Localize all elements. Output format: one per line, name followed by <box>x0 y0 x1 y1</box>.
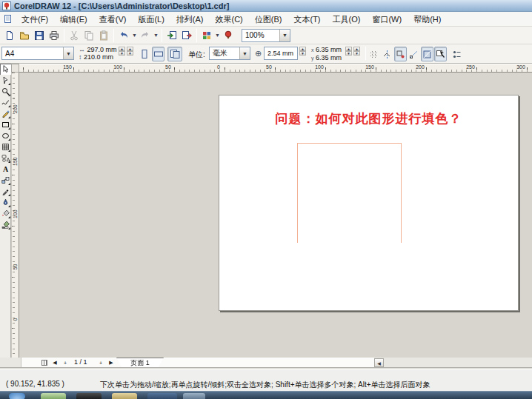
start-button[interactable] <box>9 393 25 399</box>
paper-width-field[interactable]: 297.0 mm <box>87 46 117 53</box>
undo-button[interactable] <box>116 28 131 43</box>
print-button[interactable] <box>47 28 61 43</box>
zoom-tool[interactable] <box>0 86 11 97</box>
interactive-blend-tool[interactable] <box>0 175 11 186</box>
horizontal-ruler[interactable]: 150 100 50 0 50 100 150 200 250 300 <box>19 64 532 73</box>
interactive-fill-tool[interactable] <box>0 219 11 230</box>
new-document-button[interactable] <box>2 28 17 43</box>
menu-view[interactable]: 查看(V) <box>93 12 133 27</box>
menu-help[interactable]: 帮助(H) <box>408 12 447 27</box>
undo-dropdown-arrow[interactable]: ▼ <box>131 28 138 43</box>
all-pages-button[interactable] <box>167 47 182 61</box>
question-text[interactable]: 问题：如何对此图形进行填色？ <box>219 110 518 127</box>
last-page-button[interactable]: ▶ <box>107 358 116 367</box>
duplicate-distance-fields: x 6.35 mm y 6.35 mm <box>311 46 342 62</box>
drawing-canvas[interactable]: 问题：如何对此图形进行填色？ <box>19 73 532 358</box>
paper-width-spinner[interactable]: ▲▼ <box>119 47 125 56</box>
menu-window[interactable]: 窗口(W) <box>366 12 408 27</box>
menu-effects[interactable]: 效果(C) <box>210 12 249 27</box>
menu-file[interactable]: 文件(F) <box>16 12 54 27</box>
horizontal-scroll-left-button[interactable]: ◀ <box>374 358 384 367</box>
duplicate-x-field[interactable]: 6.35 mm <box>316 46 342 53</box>
ruler-origin-corner[interactable] <box>11 64 19 73</box>
rectangle-tool[interactable] <box>0 119 11 130</box>
portrait-button[interactable] <box>138 47 150 61</box>
units-label: 单位: <box>188 50 205 60</box>
docker-mini-icon[interactable] <box>41 360 47 366</box>
export-button[interactable] <box>179 28 194 43</box>
hruler-label: 50 <box>266 64 272 70</box>
treat-as-filled-button[interactable] <box>421 47 433 61</box>
application-launcher-dropdown-arrow[interactable]: ▼ <box>214 28 221 43</box>
graph-paper-tool[interactable] <box>0 141 11 152</box>
fill-tool[interactable] <box>0 208 11 219</box>
eyedropper-tool[interactable] <box>0 186 11 197</box>
taskbar-item[interactable] <box>76 393 102 399</box>
duplicate-y-spinner[interactable]: ▲▼ <box>353 47 360 56</box>
vertical-ruler[interactable]: 200 150 100 50 0 <box>11 73 19 358</box>
zoom-level-combo[interactable]: 100% ▼ <box>242 29 290 42</box>
redo-dropdown-arrow[interactable]: ▼ <box>153 28 159 43</box>
taskbar-item[interactable] <box>183 393 205 399</box>
outline-tool[interactable] <box>0 197 11 208</box>
dynamic-guides-button[interactable] <box>408 47 420 61</box>
vruler-label: 0 <box>13 315 18 323</box>
add-page-before-button[interactable]: + <box>61 358 70 367</box>
nudge-offset-spinner[interactable]: ▲▼ <box>299 47 306 56</box>
taskbar-item[interactable] <box>147 393 177 399</box>
toolbar-separator <box>113 29 114 42</box>
freehand-tool[interactable] <box>0 97 11 108</box>
duplicate-x-spinner[interactable]: ▲▼ <box>345 47 352 56</box>
menu-edit[interactable]: 编辑(E) <box>54 12 93 27</box>
basic-shapes-tool[interactable] <box>0 152 11 164</box>
zoom-dropdown-arrow[interactable]: ▼ <box>279 30 290 41</box>
ellipse-tool[interactable] <box>0 130 11 141</box>
menu-tools[interactable]: 工具(O) <box>327 12 367 27</box>
duplicate-y-icon: y <box>311 56 314 61</box>
landscape-button[interactable] <box>152 47 164 61</box>
snap-to-grid-button[interactable] <box>368 47 380 61</box>
units-dropdown-arrow[interactable]: ▼ <box>239 47 250 59</box>
taskbar-item[interactable] <box>41 393 66 399</box>
page-navigation-strip: ◀ + 1 / 1 + ▶ 页面 1 ◀ <box>0 358 532 368</box>
open-button[interactable] <box>17 28 32 43</box>
drawing-page[interactable]: 问题：如何对此图形进行填色？ <box>219 95 519 311</box>
document-icon[interactable] <box>3 14 13 24</box>
menu-arrange[interactable]: 排列(A) <box>170 12 210 27</box>
import-button[interactable] <box>164 28 179 43</box>
paper-width-icon: ↔ <box>79 46 85 53</box>
add-page-after-button[interactable]: + <box>96 358 105 367</box>
paste-button[interactable] <box>96 28 111 43</box>
page-tab[interactable]: 页面 1 <box>116 358 164 367</box>
open-rectangle-shape[interactable] <box>297 143 402 243</box>
nudge-offset-icon: ⊕ <box>255 49 262 58</box>
menu-layout[interactable]: 版面(L) <box>132 12 170 27</box>
duplicate-y-field[interactable]: 6.35 mm <box>316 54 342 61</box>
snap-to-guidelines-button[interactable] <box>381 47 393 61</box>
pick-tool-mode-button[interactable] <box>434 47 447 61</box>
application-launcher-button[interactable] <box>199 28 214 43</box>
paper-type-combo[interactable]: A4 ▼ <box>1 47 74 60</box>
options-button[interactable] <box>450 47 463 61</box>
cursor-coordinates: ( 90.152, 41.835 ) <box>6 380 64 388</box>
first-page-button[interactable]: ◀ <box>50 358 59 367</box>
menu-bitmaps[interactable]: 位图(B) <box>249 12 288 27</box>
cut-button[interactable] <box>67 28 82 43</box>
redo-button[interactable] <box>138 28 153 43</box>
units-combo[interactable]: 毫米 ▼ <box>209 47 250 60</box>
paper-type-dropdown-arrow[interactable]: ▼ <box>63 47 73 59</box>
text-tool[interactable]: A <box>0 164 11 175</box>
nudge-offset-value: 2.54 mm <box>265 50 297 57</box>
paper-height-spinner[interactable]: ▲▼ <box>127 47 133 56</box>
corel-online-button[interactable] <box>221 28 236 43</box>
shape-tool[interactable] <box>0 75 11 86</box>
taskbar-item[interactable] <box>112 393 137 399</box>
snap-to-objects-button[interactable] <box>394 47 407 61</box>
save-button[interactable] <box>32 28 47 43</box>
smart-drawing-tool[interactable] <box>0 108 11 119</box>
pick-tool[interactable] <box>0 64 11 75</box>
nudge-offset-field[interactable]: 2.54 mm <box>264 47 298 60</box>
copy-button[interactable] <box>82 28 96 43</box>
paper-height-field[interactable]: 210.0 mm <box>84 53 113 61</box>
menu-text[interactable]: 文本(T) <box>287 12 326 27</box>
